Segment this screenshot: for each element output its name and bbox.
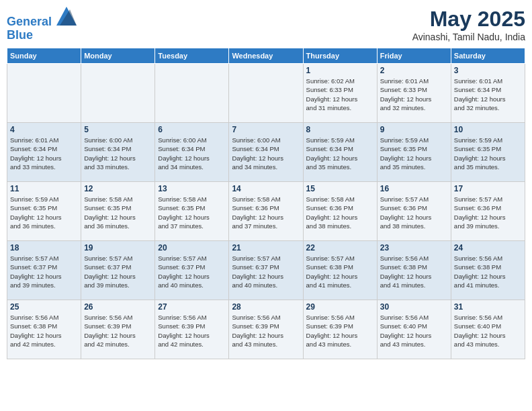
- calendar-cell: 7Sunrise: 6:00 AM Sunset: 6:34 PM Daylig…: [229, 123, 303, 182]
- day-info: Sunrise: 5:56 AM Sunset: 6:39 PM Dayligh…: [158, 313, 226, 349]
- calendar-cell: 21Sunrise: 5:57 AM Sunset: 6:37 PM Dayli…: [229, 241, 303, 300]
- calendar-cell: 24Sunrise: 5:56 AM Sunset: 6:38 PM Dayli…: [451, 241, 525, 300]
- logo: General Blue: [7, 7, 77, 42]
- calendar-header: Sunday Monday Tuesday Wednesday Thursday…: [7, 48, 525, 64]
- calendar-cell: 16Sunrise: 5:57 AM Sunset: 6:36 PM Dayli…: [377, 182, 451, 241]
- day-number: 10: [454, 125, 522, 134]
- col-monday: Monday: [81, 48, 155, 64]
- day-number: 28: [232, 302, 300, 312]
- day-number: 23: [380, 243, 448, 253]
- logo-icon: [56, 7, 77, 26]
- day-info: Sunrise: 5:56 AM Sunset: 6:40 PM Dayligh…: [454, 313, 522, 349]
- day-info: Sunrise: 5:59 AM Sunset: 6:35 PM Dayligh…: [454, 136, 522, 171]
- calendar-cell: 5Sunrise: 6:00 AM Sunset: 6:34 PM Daylig…: [81, 123, 155, 182]
- day-info: Sunrise: 6:00 AM Sunset: 6:34 PM Dayligh…: [84, 136, 152, 171]
- day-number: 20: [158, 243, 226, 253]
- day-number: 27: [158, 302, 226, 312]
- day-info: Sunrise: 5:57 AM Sunset: 6:37 PM Dayligh…: [84, 254, 152, 289]
- calendar-cell: 28Sunrise: 5:56 AM Sunset: 6:39 PM Dayli…: [229, 300, 303, 359]
- day-info: Sunrise: 6:01 AM Sunset: 6:34 PM Dayligh…: [10, 136, 78, 171]
- page-header: General Blue May 2025 Avinashi, Tamil Na…: [7, 7, 525, 42]
- day-info: Sunrise: 5:56 AM Sunset: 6:38 PM Dayligh…: [454, 254, 522, 289]
- day-info: Sunrise: 5:57 AM Sunset: 6:36 PM Dayligh…: [454, 195, 522, 230]
- day-info: Sunrise: 5:56 AM Sunset: 6:38 PM Dayligh…: [10, 313, 78, 349]
- calendar-cell: 13Sunrise: 5:58 AM Sunset: 6:35 PM Dayli…: [155, 182, 229, 241]
- calendar-cell: [7, 64, 81, 123]
- day-number: 11: [10, 184, 78, 193]
- title-area: May 2025 Avinashi, Tamil Nadu, India: [412, 7, 525, 42]
- calendar-cell: 15Sunrise: 5:58 AM Sunset: 6:36 PM Dayli…: [303, 182, 377, 241]
- col-thursday: Thursday: [303, 48, 377, 64]
- col-sunday: Sunday: [7, 48, 81, 64]
- day-info: Sunrise: 5:56 AM Sunset: 6:39 PM Dayligh…: [232, 313, 300, 349]
- calendar-cell: 17Sunrise: 5:57 AM Sunset: 6:36 PM Dayli…: [451, 182, 525, 241]
- logo-general: General: [7, 15, 52, 28]
- day-number: 21: [232, 243, 300, 253]
- day-number: 14: [232, 184, 300, 193]
- calendar-cell: 9Sunrise: 5:59 AM Sunset: 6:35 PM Daylig…: [377, 123, 451, 182]
- day-info: Sunrise: 5:56 AM Sunset: 6:38 PM Dayligh…: [380, 254, 448, 289]
- day-number: 29: [306, 302, 374, 312]
- col-tuesday: Tuesday: [155, 48, 229, 64]
- day-info: Sunrise: 6:00 AM Sunset: 6:34 PM Dayligh…: [158, 136, 226, 171]
- day-number: 31: [454, 302, 522, 312]
- calendar-cell: 6Sunrise: 6:00 AM Sunset: 6:34 PM Daylig…: [155, 123, 229, 182]
- day-info: Sunrise: 5:57 AM Sunset: 6:36 PM Dayligh…: [380, 195, 448, 230]
- day-info: Sunrise: 5:58 AM Sunset: 6:35 PM Dayligh…: [84, 195, 152, 230]
- calendar-cell: 26Sunrise: 5:56 AM Sunset: 6:39 PM Dayli…: [81, 300, 155, 359]
- day-number: 12: [84, 184, 152, 193]
- day-info: Sunrise: 5:59 AM Sunset: 6:35 PM Dayligh…: [380, 136, 448, 171]
- calendar-week-3: 11Sunrise: 5:59 AM Sunset: 6:35 PM Dayli…: [7, 182, 525, 241]
- calendar-cell: 25Sunrise: 5:56 AM Sunset: 6:38 PM Dayli…: [7, 300, 81, 359]
- day-number: 30: [380, 302, 448, 312]
- day-number: 16: [380, 184, 448, 193]
- day-number: 1: [306, 66, 374, 75]
- day-info: Sunrise: 5:57 AM Sunset: 6:37 PM Dayligh…: [232, 254, 300, 289]
- calendar-cell: 2Sunrise: 6:01 AM Sunset: 6:33 PM Daylig…: [377, 64, 451, 123]
- calendar-cell: 1Sunrise: 6:02 AM Sunset: 6:33 PM Daylig…: [303, 64, 377, 123]
- header-row: Sunday Monday Tuesday Wednesday Thursday…: [7, 48, 525, 64]
- day-number: 25: [10, 302, 78, 312]
- calendar-title: May 2025: [412, 7, 525, 32]
- day-number: 5: [84, 125, 152, 134]
- logo-blue: Blue: [7, 29, 77, 42]
- day-number: 9: [380, 125, 448, 134]
- col-friday: Friday: [377, 48, 451, 64]
- day-info: Sunrise: 6:01 AM Sunset: 6:33 PM Dayligh…: [380, 77, 448, 112]
- calendar-cell: 12Sunrise: 5:58 AM Sunset: 6:35 PM Dayli…: [81, 182, 155, 241]
- day-info: Sunrise: 6:00 AM Sunset: 6:34 PM Dayligh…: [232, 136, 300, 171]
- day-number: 2: [380, 66, 448, 75]
- calendar-cell: 18Sunrise: 5:57 AM Sunset: 6:37 PM Dayli…: [7, 241, 81, 300]
- calendar-cell: [81, 64, 155, 123]
- day-info: Sunrise: 5:57 AM Sunset: 6:37 PM Dayligh…: [10, 254, 78, 289]
- col-wednesday: Wednesday: [229, 48, 303, 64]
- calendar-cell: 30Sunrise: 5:56 AM Sunset: 6:40 PM Dayli…: [377, 300, 451, 359]
- calendar-cell: 3Sunrise: 6:01 AM Sunset: 6:34 PM Daylig…: [451, 64, 525, 123]
- col-saturday: Saturday: [451, 48, 525, 64]
- day-info: Sunrise: 5:59 AM Sunset: 6:35 PM Dayligh…: [10, 195, 78, 230]
- calendar-cell: 29Sunrise: 5:56 AM Sunset: 6:39 PM Dayli…: [303, 300, 377, 359]
- day-info: Sunrise: 5:56 AM Sunset: 6:40 PM Dayligh…: [380, 313, 448, 349]
- day-info: Sunrise: 5:57 AM Sunset: 6:38 PM Dayligh…: [306, 254, 374, 289]
- calendar-week-2: 4Sunrise: 6:01 AM Sunset: 6:34 PM Daylig…: [7, 123, 525, 182]
- calendar-week-1: 1Sunrise: 6:02 AM Sunset: 6:33 PM Daylig…: [7, 64, 525, 123]
- calendar-body: 1Sunrise: 6:02 AM Sunset: 6:33 PM Daylig…: [7, 64, 525, 359]
- day-info: Sunrise: 5:58 AM Sunset: 6:36 PM Dayligh…: [306, 195, 374, 230]
- day-info: Sunrise: 5:59 AM Sunset: 6:34 PM Dayligh…: [306, 136, 374, 171]
- day-number: 26: [84, 302, 152, 312]
- day-number: 7: [232, 125, 300, 134]
- day-number: 13: [158, 184, 226, 193]
- day-number: 18: [10, 243, 78, 253]
- day-info: Sunrise: 5:57 AM Sunset: 6:37 PM Dayligh…: [158, 254, 226, 289]
- calendar-cell: 19Sunrise: 5:57 AM Sunset: 6:37 PM Dayli…: [81, 241, 155, 300]
- calendar-cell: 4Sunrise: 6:01 AM Sunset: 6:34 PM Daylig…: [7, 123, 81, 182]
- calendar-cell: 11Sunrise: 5:59 AM Sunset: 6:35 PM Dayli…: [7, 182, 81, 241]
- day-info: Sunrise: 5:58 AM Sunset: 6:36 PM Dayligh…: [232, 195, 300, 230]
- day-number: 24: [454, 243, 522, 253]
- calendar-week-4: 18Sunrise: 5:57 AM Sunset: 6:37 PM Dayli…: [7, 241, 525, 300]
- calendar-cell: 23Sunrise: 5:56 AM Sunset: 6:38 PM Dayli…: [377, 241, 451, 300]
- calendar-cell: 8Sunrise: 5:59 AM Sunset: 6:34 PM Daylig…: [303, 123, 377, 182]
- day-info: Sunrise: 5:56 AM Sunset: 6:39 PM Dayligh…: [84, 313, 152, 349]
- day-info: Sunrise: 6:01 AM Sunset: 6:34 PM Dayligh…: [454, 77, 522, 112]
- day-number: 8: [306, 125, 374, 134]
